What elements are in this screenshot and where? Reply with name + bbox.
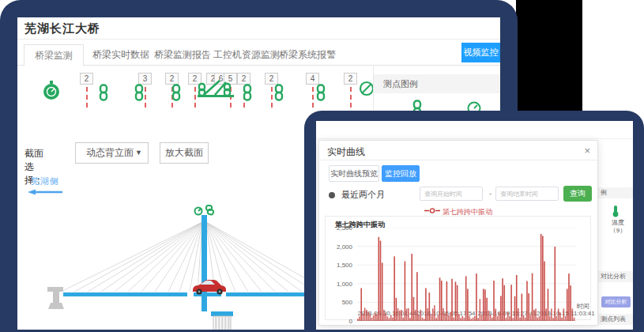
video-monitor-button[interactable]: 视频监控 <box>461 43 500 62</box>
y-axis-tick: 0 <box>329 318 352 325</box>
screenshot-stage: 芜湖长江大桥 桥梁监测桥梁实时数据桥梁监测报告工控机资源监测桥梁系统报警 视频监… <box>0 0 644 332</box>
bridge-tower <box>201 215 207 311</box>
main-tabbar: 桥梁监测桥梁实时数据桥梁监测报告工控机资源监测桥梁系统报警 视频监控 <box>17 40 500 66</box>
link-sensor-icon[interactable] <box>273 84 284 101</box>
dialog-tab-0[interactable]: 实时曲线预览 <box>329 165 379 182</box>
underlying-page-sliver: 例 温度 （9） 对比分析 对比分析 测点列表 <box>598 121 633 330</box>
dashed-marker-line <box>312 87 314 108</box>
main-tab-0[interactable]: 桥梁监测 <box>24 44 84 66</box>
radio-dot-icon <box>329 192 335 198</box>
compare-analysis-button[interactable]: 对比分析 <box>601 296 631 307</box>
close-icon[interactable]: × <box>584 145 590 157</box>
sensor-count-badge: 2 <box>344 73 357 85</box>
tower-cap <box>211 311 233 316</box>
query-start-time-input[interactable] <box>420 187 483 201</box>
side-label: 芜湖侧 <box>31 175 59 187</box>
page-title: 芜湖长江大桥 <box>24 21 100 36</box>
y-axis-tick: 500 <box>329 299 352 306</box>
modal-top-strip <box>316 121 633 139</box>
dialog-tab-1[interactable]: 监控回放 <box>382 165 420 182</box>
temperature-count: （9） <box>603 226 633 235</box>
legend-line-icon <box>424 208 440 213</box>
dashed-marker-line <box>271 87 273 108</box>
legend-panel-header: 测点图例 <box>374 74 500 93</box>
chevron-down-icon: ▼ <box>135 143 142 163</box>
car-illustration <box>193 280 226 295</box>
compare-section-header: 对比分析 <box>598 271 633 282</box>
sensor-count-badge: 2 <box>165 73 179 85</box>
link-sensor-icon[interactable] <box>315 84 326 101</box>
sensor-count-badge: 2 <box>80 73 93 85</box>
dashed-marker-line <box>350 87 352 108</box>
composite-sensor-icon[interactable] <box>196 79 235 100</box>
sensor-count-badge: 4 <box>306 73 319 85</box>
modal-window-frame: 例 温度 （9） 对比分析 对比分析 测点列表 实时曲线 × 实时曲线预览监控回… <box>304 111 644 332</box>
legend-label: 第七跨跨中振动 <box>443 208 492 216</box>
pile-group <box>213 316 231 330</box>
chart-plot-area <box>357 228 575 321</box>
link-sensor-icon[interactable] <box>242 84 253 101</box>
bridge-cables <box>61 222 329 292</box>
dashed-marker-line <box>145 87 146 108</box>
main-tab-4[interactable]: 桥梁系统报警 <box>269 44 346 66</box>
dashed-marker-line <box>86 87 88 108</box>
modal-screenshot: 例 温度 （9） 对比分析 对比分析 测点列表 实时曲线 × 实时曲线预览监控回… <box>316 121 633 330</box>
section-dropdown-value: 动态背立面 <box>86 147 134 158</box>
sensor-count-badge: 3 <box>138 73 152 85</box>
point-list-header: 测点列表 <box>598 314 633 325</box>
x-axis-name: 时间 <box>577 302 589 311</box>
tower-sensor-icons <box>195 206 214 215</box>
sensor-count-badge: 2 <box>265 73 278 85</box>
y-axis-tick: 2,000 <box>329 243 352 251</box>
recent-two-months-radio[interactable]: 最近两个月 <box>329 189 385 201</box>
sensor-count-badge: 2 <box>237 73 250 85</box>
y-axis-tick: 1,500 <box>329 262 352 269</box>
enlarge-section-button[interactable]: 放大截面 <box>160 142 209 164</box>
radio-label: 最近两个月 <box>341 190 385 199</box>
y-axis-tick: 2,500 <box>329 224 352 232</box>
y-axis-tick: 1,000 <box>329 281 352 288</box>
thermometer-icon <box>611 205 620 217</box>
range-separator: - <box>489 189 491 198</box>
dialog-title: 实时曲线 <box>327 145 365 159</box>
black-region <box>516 0 582 111</box>
link-sensor-icon[interactable] <box>171 84 182 101</box>
dialog-divider <box>319 160 597 160</box>
left-pier <box>47 287 64 309</box>
link-sensor-icon[interactable] <box>134 84 145 101</box>
prohibit-icon[interactable] <box>359 81 375 96</box>
vibration-chart: 第七跨跨中振动 2,5002,0001,5001,0005000 2018-09… <box>325 216 591 320</box>
bridge-diagram <box>17 193 333 330</box>
legend-header-partial: 例 <box>598 187 633 198</box>
link-sensor-icon[interactable] <box>98 84 109 101</box>
section-dropdown[interactable]: 动态背立面 ▼ <box>75 142 149 164</box>
query-button[interactable]: 查询 <box>563 186 592 202</box>
gauge-icon[interactable] <box>43 81 60 101</box>
query-end-time-input[interactable] <box>495 187 559 201</box>
realtime-curve-dialog: 实时曲线 × 实时曲线预览监控回放 最近两个月 - 查询 第七 <box>318 140 598 326</box>
